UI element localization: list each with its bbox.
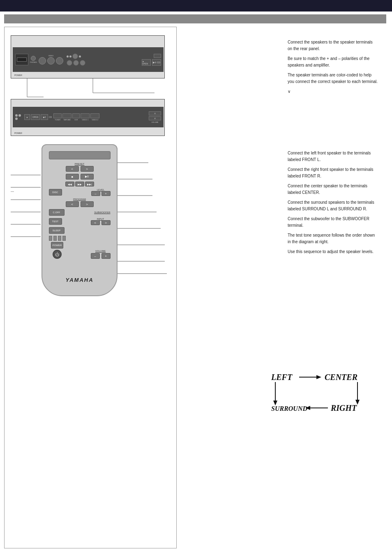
input-section: INPUT < > — [91, 218, 111, 225]
text-para-6: Connect the center speaker to the termin… — [288, 183, 378, 196]
phones-label: PHONES — [30, 61, 37, 63]
device-top-panel: PHONES VIDEO — [11, 35, 165, 78]
power-section: POWER ⏻ — [49, 236, 66, 259]
right-buttons: ▲ OPEN ▶II CD — [142, 54, 161, 66]
text-para-8: Connect the subwoofer to the SUBWOOFER t… — [288, 216, 378, 229]
header-bar — [0, 0, 392, 12]
volume-remote-label: VOLUME — [95, 250, 106, 252]
surround-speaker-label: SURROUND — [271, 405, 307, 412]
prev-btn[interactable]: ◀◀ — [65, 182, 74, 187]
power-vol-row: POWER ⏻ VOLUME – + — [49, 236, 111, 259]
preset-right-btn[interactable]: > — [81, 166, 94, 172]
right-text-block: Connect the speakers to the speaker term… — [288, 39, 378, 97]
center-speaker-label: CENTER — [325, 373, 357, 382]
program-label: PROGRAM — [49, 198, 111, 200]
device-bottom-strip: ▲ OPEN ▶II CD TUNER TAPE/MD VCR — [13, 107, 164, 127]
input-left-btn[interactable]: < — [91, 220, 100, 225]
video-section: VIDEO — [39, 55, 63, 64]
yamaha-logo: YAMAHA — [65, 277, 93, 283]
stop-btn[interactable]: ■ — [66, 174, 79, 180]
device-bottom-panel: ▲ OPEN ▶II CD TUNER TAPE/MD VCR — [11, 99, 165, 136]
volume-section: VOLUME – + — [91, 250, 111, 259]
remote-side-label-1: — — [11, 189, 14, 193]
left-speaker-label: LEFT — [271, 373, 293, 382]
volume-indicator-row — [49, 236, 66, 241]
coff-btn[interactable]: C.OFF — [49, 209, 65, 216]
sleep-btn[interactable]: SLEEP — [49, 227, 65, 234]
text-para-5: Connect the right front speaker to the t… — [288, 166, 378, 180]
text-para-1: Connect the speakers to the speaker term… — [288, 39, 378, 52]
program-row: PROGRAM < > — [49, 198, 111, 207]
coff-row: C.OFF SUBWOOFER — [49, 209, 111, 216]
test-input-row: TEST INPUT < > — [49, 218, 111, 225]
remote-body: PRESET < > ■ ▶II ◀◀ ▶▶ ▶▶| DISC — [42, 144, 118, 296]
preset-left-btn[interactable]: < — [66, 166, 79, 172]
text-para-2: Be sure to match the + and – polarities … — [288, 55, 378, 69]
cd-label-bottom: CD — [49, 114, 52, 120]
test-btn[interactable]: TEST — [49, 218, 62, 225]
next-btn[interactable]: ▶▶ — [75, 182, 84, 187]
text-para-4: Connect the left front speaker to the te… — [288, 150, 378, 163]
left-panel: PHONES VIDEO — [4, 27, 177, 548]
volume-controls-bottom: ∧ ∨ VOLUME — [149, 111, 161, 123]
input-selector-buttons: TUNER TAPE/MD VCR VIDEO 1 VIDEO 2 — [53, 113, 147, 121]
input-right-btn[interactable]: > — [101, 220, 111, 225]
skip-btn[interactable]: ▶▶| — [85, 182, 94, 187]
power-label-bottom: POWER — [14, 132, 22, 134]
speaker-diagram: LEFT CENTER RIGHT SURROUND — [267, 364, 374, 425]
right-speaker-label: RIGHT — [330, 403, 357, 412]
text-para-3: The speaker terminals are color-coded to… — [288, 72, 378, 85]
play-btn[interactable]: ▶II — [81, 174, 94, 180]
right-text-block-2: Connect the left front speaker to the te… — [288, 150, 378, 258]
remote-control: PRESET < > ■ ▶II ◀◀ ▶▶ ▶▶| DISC — [42, 144, 118, 300]
program-right-btn[interactable]: > — [81, 201, 94, 207]
vol-minus-btn[interactable]: – — [91, 253, 100, 259]
device-top-strip: PHONES VIDEO — [13, 47, 164, 72]
level-minus-btn[interactable]: – — [91, 191, 100, 196]
speaker-diagram-svg: LEFT CENTER RIGHT SURROUND — [267, 364, 374, 425]
power-label-top: POWER — [14, 74, 22, 76]
middle-buttons — [67, 53, 85, 66]
video-label: VIDEO — [48, 55, 53, 57]
text-para-7: Connect the surround speakers to the ter… — [288, 199, 378, 212]
skip-row: ◀◀ ▶▶ ▶▶| — [49, 182, 111, 187]
text-para-10: Use this sequence to adjust the speaker … — [288, 249, 378, 255]
subwoofer-label: SUBWOOFER — [94, 211, 110, 214]
level-plus-btn[interactable]: + — [101, 191, 111, 196]
indicators — [15, 114, 21, 120]
power-btn[interactable]: POWER — [51, 242, 63, 249]
media-row: ■ ▶II — [49, 174, 111, 180]
text-para-chevron: ∨ — [288, 88, 378, 95]
vol-plus-btn[interactable]: + — [101, 253, 111, 259]
disc-level-row: DISC LEVEL – + — [49, 189, 111, 196]
disc-btn[interactable]: DISC — [49, 189, 62, 196]
open-close-buttons: ▲ OPEN ▶II CD — [24, 114, 52, 120]
power-circle-btn[interactable]: ⏻ — [53, 250, 62, 259]
right-panel: Connect the speakers to the speaker term… — [181, 27, 386, 548]
preset-label: PRESET — [49, 163, 111, 165]
sleep-row: SLEEP — [49, 227, 111, 234]
program-left-btn[interactable]: < — [66, 201, 79, 207]
tape-slot — [15, 54, 28, 65]
svg-marker-19 — [316, 375, 321, 379]
level-section: LEVEL – + — [91, 189, 111, 196]
phones-section: PHONES — [30, 56, 37, 63]
preset-row: PRESET < > — [49, 163, 111, 172]
text-para-9: The test tone sequence follows the order… — [288, 232, 378, 245]
section-bar — [4, 14, 386, 23]
remote-display — [49, 151, 111, 159]
